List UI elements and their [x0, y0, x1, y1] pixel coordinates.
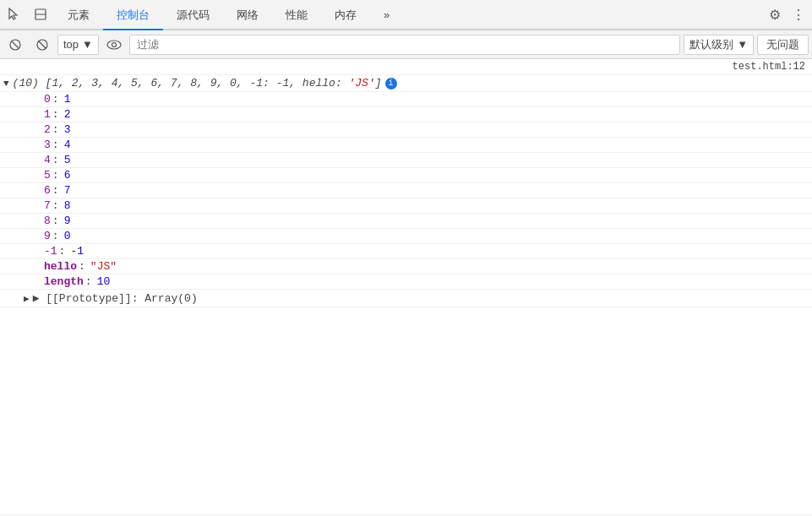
tab-bar: 元素 控制台 源代码 网络 性能 内存 » ⚙ ⋮ [0, 0, 812, 30]
tab-elements[interactable]: 元素 [54, 0, 103, 30]
prop-value: 1 [64, 93, 71, 106]
svg-line-5 [39, 41, 46, 48]
prop-row-length: length : 10 [0, 274, 812, 290]
chevron-down-icon: ▼ [737, 38, 748, 51]
tab-more[interactable]: » [370, 0, 403, 30]
prop-value: -1 [70, 245, 84, 258]
svg-point-6 [107, 41, 121, 49]
prop-row-3: 3 : 4 [0, 138, 812, 153]
console-output: test.html:12 ▼ (10) [1, 2, 3, 4, 5, 6, 7… [0, 59, 812, 514]
prop-key: -1 [44, 245, 57, 258]
prop-row-neg1: -1 : -1 [0, 244, 812, 259]
info-icon[interactable]: i [385, 78, 397, 90]
prop-value: "JS" [90, 260, 117, 273]
array-summary-row[interactable]: ▼ (10) [1, 2, 3, 4, 5, 6, 7, 8, 9, 0, -1… [0, 75, 812, 92]
prop-value: 10 [97, 275, 111, 288]
filter-input[interactable] [129, 35, 680, 55]
prop-key: length [44, 275, 84, 288]
tab-performance[interactable]: 性能 [272, 0, 321, 30]
prop-key: 7 [44, 199, 51, 212]
prop-key: 9 [44, 230, 51, 242]
prop-value: 9 [64, 215, 71, 227]
prop-row-5: 5 : 6 [0, 168, 812, 183]
prop-row-0: 0 : 1 [0, 92, 812, 107]
more-options-icon[interactable]: ⋮ [788, 1, 809, 28]
prop-key: 6 [44, 184, 51, 197]
expand-triangle-icon[interactable]: ▼ [3, 79, 9, 89]
prop-row-2: 2 : 3 [0, 122, 812, 138]
prop-value: 0 [64, 230, 71, 242]
prop-value: 4 [64, 139, 71, 151]
prop-row-8: 8 : 9 [0, 214, 812, 229]
prop-row-1: 1 : 2 [0, 107, 812, 122]
prop-key: 4 [44, 154, 51, 166]
prop-value: 8 [64, 199, 71, 212]
tab-network[interactable]: 网络 [223, 0, 272, 30]
context-dropdown[interactable]: top ▼ [57, 35, 99, 55]
inspect-icon[interactable] [27, 1, 54, 28]
chevron-down-icon: ▼ [82, 38, 93, 51]
prop-value: 7 [64, 184, 71, 197]
cursor-icon[interactable] [0, 1, 27, 28]
clear-console-icon[interactable] [3, 33, 27, 57]
prop-key: 5 [44, 169, 51, 182]
no-issues-button[interactable]: 无问题 [757, 35, 809, 55]
tab-memory[interactable]: 内存 [321, 0, 370, 30]
prop-value: 6 [64, 169, 71, 182]
expand-icon: ▶ [24, 293, 30, 304]
prototype-row[interactable]: ▶ ▶ [[Prototype]]: Array(0) [0, 290, 812, 307]
prop-key: 2 [44, 123, 51, 136]
settings-icon[interactable]: ⚙ [761, 1, 788, 28]
svg-point-7 [112, 42, 116, 46]
prop-key: 3 [44, 139, 51, 151]
prop-row-4: 4 : 5 [0, 153, 812, 168]
block-icon[interactable] [30, 33, 54, 57]
eye-icon[interactable] [102, 33, 126, 57]
prop-key: 8 [44, 215, 51, 227]
tab-sources[interactable]: 源代码 [163, 0, 223, 30]
prop-row-9: 9 : 0 [0, 229, 812, 244]
prop-row-6: 6 : 7 [0, 183, 812, 198]
prop-key: 1 [44, 108, 51, 121]
log-level-dropdown[interactable]: 默认级别 ▼ [684, 35, 754, 55]
console-toolbar: top ▼ 默认级别 ▼ 无问题 [0, 30, 812, 59]
prop-row-hello: hello : "JS" [0, 259, 812, 274]
prop-key: hello [44, 260, 77, 273]
prop-value: 2 [64, 108, 71, 121]
file-reference: test.html:12 [0, 59, 812, 75]
prop-key: 0 [44, 93, 51, 106]
prop-row-7: 7 : 8 [0, 198, 812, 214]
svg-line-3 [12, 41, 18, 47]
array-summary-text: (10) [1, 2, 3, 4, 5, 6, 7, 8, 9, 0, -1: … [13, 77, 382, 90]
prop-value: 5 [64, 154, 71, 166]
console-output-area: test.html:12 ▼ (10) [1, 2, 3, 4, 5, 6, 7… [0, 59, 812, 514]
tab-console[interactable]: 控制台 [103, 0, 163, 30]
prop-value: 3 [64, 123, 71, 136]
